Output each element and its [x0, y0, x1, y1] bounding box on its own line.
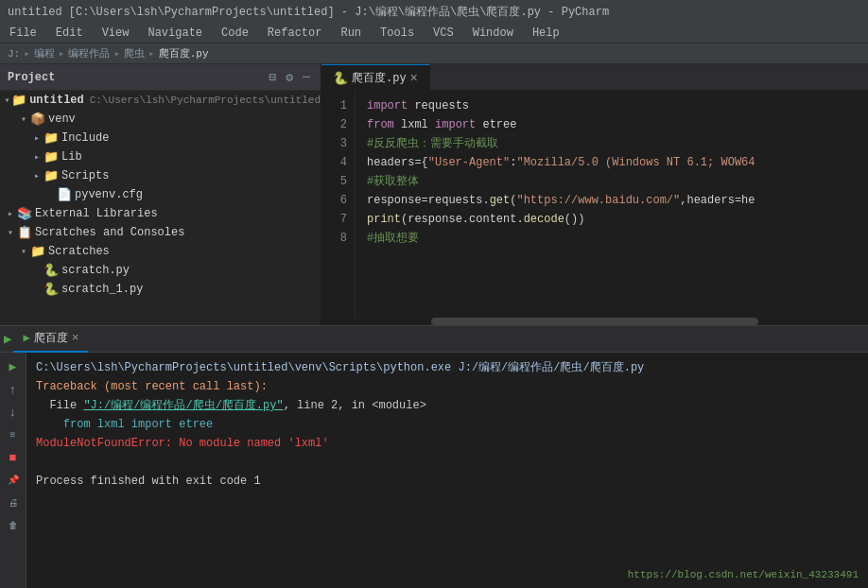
- run-tabs: ▶ ▶ 爬百度 ×: [0, 326, 868, 353]
- cfg-icon: 📄: [57, 187, 72, 202]
- py-tab-icon: 🐍: [333, 71, 348, 86]
- run-error-detail: from lxml import etree: [36, 415, 859, 434]
- minimize-icon[interactable]: ─: [300, 69, 313, 85]
- tree-item-untitled[interactable]: ▾ 📁 untitled C:\Users\lsh\PycharmProject…: [0, 91, 321, 110]
- menu-run[interactable]: Run: [335, 25, 367, 42]
- tree-item-venv[interactable]: ▾ 📦 venv: [0, 110, 321, 129]
- run-tab-close-button[interactable]: ×: [72, 331, 79, 345]
- menu-edit[interactable]: Edit: [50, 25, 89, 42]
- menu-bar: File Edit View Navigate Code Refactor Ru…: [0, 23, 868, 43]
- tree-label: External Libraries: [35, 207, 158, 220]
- editor-scrollbar[interactable]: [321, 318, 868, 325]
- expand-arrow: ▸: [30, 151, 43, 163]
- menu-window[interactable]: Window: [467, 25, 519, 42]
- run-print-button[interactable]: 🖨: [3, 493, 24, 513]
- run-tab-label: 爬百度: [34, 330, 68, 346]
- tree-label: scratch.py: [61, 264, 130, 277]
- tree-item-extlibs[interactable]: ▸ 📚 External Libraries: [0, 204, 321, 223]
- title-bar: untitled [C:\Users\lsh\PycharmProjects\u…: [0, 0, 868, 23]
- tree-item-lib[interactable]: ▸ 📁 Lib: [0, 147, 321, 166]
- editor-tabs: 🐍 爬百度.py ×: [321, 64, 868, 91]
- expand-arrow: ▸: [30, 170, 43, 182]
- tree-item-scratches-root[interactable]: ▾ 📋 Scratches and Consoles: [0, 223, 321, 242]
- breadcrumb-item[interactable]: 编程作品: [68, 46, 110, 61]
- settings-icon[interactable]: ⚙: [283, 69, 296, 86]
- code-area[interactable]: import requests from lxml import etree #…: [356, 91, 868, 318]
- editor-content[interactable]: 1234 5678 import requests from lxml impo…: [321, 91, 868, 318]
- tree-label: scratch_1.py: [61, 283, 143, 296]
- collapse-all-button[interactable]: ⊟: [267, 69, 280, 86]
- expand-arrow: ▾: [4, 227, 17, 238]
- tab-label: 爬百度.py: [352, 70, 407, 86]
- expand-arrow: ▸: [4, 208, 17, 219]
- main-layout: Project ⊟ ⚙ ─ ▾ 📁 untitled C:\Users\lsh\…: [0, 64, 868, 588]
- code-line-6: response=requests.get("https://www.baidu…: [367, 191, 857, 210]
- run-error-file-line: File "J:/编程/编程作品/爬虫/爬百度.py", line 2, in …: [36, 396, 859, 415]
- tree-item-scratch1[interactable]: 🐍 scratch.py: [0, 261, 321, 280]
- run-error-msg: ModuleNotFoundError: No module named 'lx…: [36, 434, 859, 453]
- code-line-4: headers={"User-Agent":"Mozilla/5.0 (Wind…: [367, 153, 857, 172]
- expand-arrow: ▾: [3, 95, 11, 106]
- editor-area: Project ⊟ ⚙ ─ ▾ 📁 untitled C:\Users\lsh\…: [0, 64, 868, 325]
- tree-label: venv: [48, 112, 76, 126]
- run-up-button[interactable]: ↑: [3, 379, 24, 400]
- sidebar: Project ⊟ ⚙ ─ ▾ 📁 untitled C:\Users\lsh\…: [0, 64, 321, 325]
- tree-label: Scratches: [48, 245, 110, 258]
- tree-item-include[interactable]: ▸ 📁 Include: [0, 129, 321, 147]
- menu-vcs[interactable]: VCS: [427, 25, 460, 42]
- run-toolbar: ▶ ↑ ↓ ≡ ■ 📌 🖨 🗑: [0, 353, 26, 588]
- menu-view[interactable]: View: [96, 25, 135, 42]
- tree-label: Scratches and Consoles: [35, 226, 184, 239]
- run-output: C:\Users\lsh\PycharmProjects\untitled\ve…: [26, 353, 868, 588]
- menu-refactor[interactable]: Refactor: [262, 25, 328, 42]
- menu-tools[interactable]: Tools: [374, 25, 420, 42]
- expand-arrow: ▾: [17, 246, 30, 257]
- menu-file[interactable]: File: [4, 25, 43, 42]
- run-pin-button[interactable]: 📌: [3, 470, 24, 491]
- editor-tab-main[interactable]: 🐍 爬百度.py ×: [321, 64, 430, 91]
- run-body: ▶ ↑ ↓ ≡ ■ 📌 🖨 🗑 C:\Users\lsh\PycharmProj…: [0, 353, 868, 588]
- run-tab-icon: ▶: [23, 331, 29, 345]
- run-trash-button[interactable]: 🗑: [3, 515, 24, 536]
- run-icon: ▶: [4, 331, 11, 347]
- code-line-8: #抽取想要: [367, 229, 857, 248]
- tab-close-button[interactable]: ×: [410, 71, 418, 86]
- tree-label: Lib: [61, 150, 82, 164]
- tree-label: pyvenv.cfg: [75, 188, 143, 201]
- py-icon: 🐍: [43, 282, 59, 297]
- folder-icon: 📁: [43, 130, 59, 146]
- expand-arrow: ▸: [30, 132, 43, 144]
- breadcrumb-item[interactable]: J:: [8, 48, 20, 60]
- sidebar-title: Project: [8, 71, 55, 84]
- run-traceback-title: Traceback (most recent call last):: [36, 377, 859, 396]
- folder-icon: 📁: [43, 149, 59, 164]
- tree-item-scripts[interactable]: ▸ 📁 Scripts: [0, 166, 321, 185]
- editor-scrollbar-thumb: [431, 318, 759, 325]
- tree-item-pyvenv[interactable]: 📄 pyvenv.cfg: [0, 185, 321, 204]
- code-line-5: #获取整体: [367, 172, 857, 191]
- run-list-button[interactable]: ≡: [3, 424, 24, 445]
- folder-icon: 📁: [30, 244, 45, 259]
- code-line-3: #反反爬虫：需要手动截取: [367, 134, 857, 153]
- venv-icon: 📦: [30, 112, 45, 127]
- code-line-7: print(response.content.decode()): [367, 210, 857, 229]
- run-panel: ▶ ▶ 爬百度 × ▶ ↑ ↓ ≡ ■ 📌 🖨 🗑 C:\Users\lsh\P: [0, 325, 868, 588]
- tree-item-scratch2[interactable]: 🐍 scratch_1.py: [0, 280, 321, 299]
- breadcrumb-item[interactable]: 编程: [34, 46, 55, 61]
- tree-item-scratches[interactable]: ▾ 📁 Scratches: [0, 242, 321, 261]
- extlib-icon: 📚: [17, 206, 32, 221]
- tree-path: C:\Users\lsh\PycharmProjects\untitled: [90, 95, 321, 106]
- breadcrumb: J: ▸ 编程 ▸ 编程作品 ▸ 爬虫 ▸ 爬百度.py: [0, 43, 868, 64]
- menu-code[interactable]: Code: [216, 25, 254, 42]
- run-tab-main[interactable]: ▶ 爬百度 ×: [13, 326, 88, 353]
- py-icon: 🐍: [43, 263, 59, 278]
- menu-help[interactable]: Help: [527, 25, 565, 42]
- folder-icon: 📁: [11, 93, 26, 108]
- menu-navigate[interactable]: Navigate: [142, 25, 208, 42]
- run-play-button[interactable]: ▶: [3, 356, 24, 377]
- sidebar-actions: ⊟ ⚙ ─: [267, 69, 313, 86]
- run-stop-button[interactable]: ■: [3, 447, 24, 468]
- breadcrumb-item[interactable]: 爬虫: [124, 46, 145, 61]
- run-cmd-line: C:\Users\lsh\PycharmProjects\untitled\ve…: [36, 358, 859, 377]
- run-down-button[interactable]: ↓: [3, 402, 24, 423]
